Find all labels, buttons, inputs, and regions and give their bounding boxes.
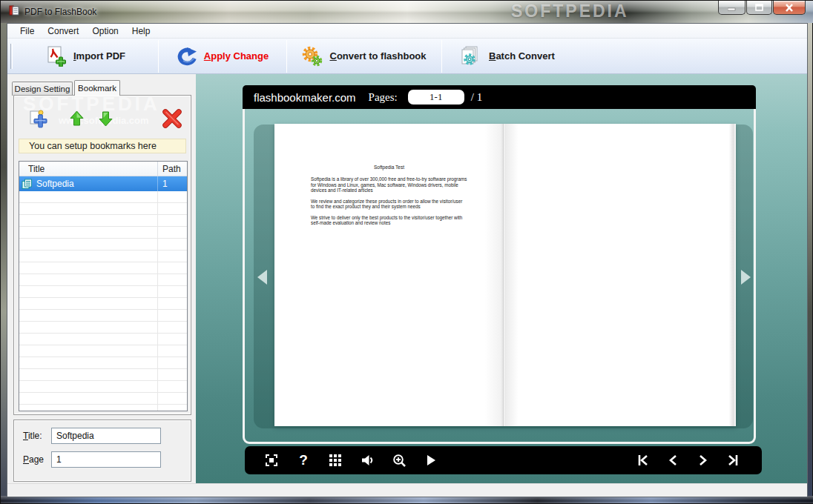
book-page-left[interactable]: Softpedia Test Softpedia is a library of… [274, 124, 504, 426]
bookmark-table[interactable]: Title Path [19, 161, 188, 411]
batch-convert-button[interactable]: Batch Convert [442, 42, 590, 71]
thumbnails-button[interactable] [328, 453, 343, 468]
client-area: File Convert Option Help Import PDF [7, 23, 808, 497]
play-button[interactable] [424, 453, 438, 468]
menu-option[interactable]: Option [85, 24, 125, 38]
page-range-input[interactable]: 1-1 [408, 90, 464, 105]
batch-convert-label: Batch Convert [489, 50, 555, 62]
first-page-icon [636, 454, 649, 467]
bookmark-hint: You can setup bookmarks here [19, 139, 186, 153]
move-up-icon [70, 110, 84, 127]
app-window: PDF to FlashBook SOFTPEDIA File Convert … [0, 0, 813, 504]
last-page-icon [727, 454, 740, 467]
flip-prev-arrow[interactable] [256, 269, 268, 285]
page-content: Softpedia Test Softpedia is a library of… [274, 124, 503, 226]
zoom-in-icon [392, 454, 406, 468]
maximize-icon [755, 4, 764, 11]
tab-bookmark[interactable]: Bookmark [74, 80, 120, 96]
table-row-empty[interactable] [19, 357, 187, 369]
title-bar[interactable]: PDF to FlashBook SOFTPEDIA [1, 1, 813, 23]
page-title: Softpedia Test [311, 165, 467, 170]
close-button[interactable] [773, 1, 806, 15]
bookmark-title-cell: Softpedia [36, 179, 74, 189]
table-row-empty[interactable] [19, 251, 187, 262]
convert-to-flashbook-label: Convert to flashbook [329, 50, 426, 62]
table-row-empty[interactable] [19, 310, 187, 322]
move-down-button[interactable] [99, 110, 113, 130]
bookmark-path-cell: 1 [158, 176, 187, 191]
pages-total: / 1 [471, 91, 482, 104]
book-page-right[interactable] [504, 124, 736, 426]
table-row-empty[interactable] [19, 215, 187, 227]
bookmark-panel: SOFTPEDIA www.softpedia.com [13, 95, 191, 415]
minimize-button[interactable] [718, 1, 745, 15]
menu-convert[interactable]: Convert [41, 24, 85, 38]
softpedia-watermark: SOFTPEDIA [511, 1, 629, 21]
table-row-empty[interactable] [19, 322, 187, 334]
table-row-empty[interactable] [19, 393, 187, 405]
table-row-empty[interactable] [19, 298, 187, 310]
maximize-button[interactable] [746, 1, 772, 15]
title-field[interactable]: Softpedia [51, 428, 161, 444]
help-button[interactable]: ? [296, 453, 311, 468]
sound-icon [361, 454, 374, 467]
page-paragraph: Softpedia is a library of over 300,000 f… [311, 176, 467, 193]
main-toolbar: Import PDF Apply Change [7, 39, 807, 74]
sidebar: Design Setting Bookmark SOFTPEDIA www.so… [7, 74, 196, 483]
delete-bookmark-icon [162, 109, 182, 128]
table-row-empty[interactable] [19, 274, 187, 286]
last-page-button[interactable] [726, 453, 741, 468]
play-icon [425, 454, 437, 467]
add-bookmark-button[interactable] [29, 110, 50, 131]
sound-button[interactable] [360, 453, 375, 468]
move-up-button[interactable] [70, 110, 84, 130]
app-icon [8, 4, 20, 19]
bookmark-edit-panel: Title: Softpedia Page 1 [13, 420, 191, 482]
table-row-empty[interactable] [19, 369, 187, 381]
table-row-empty[interactable] [19, 334, 187, 345]
next-page-icon [698, 454, 708, 467]
menu-file[interactable]: File [13, 24, 41, 38]
convert-to-flashbook-button[interactable]: Convert to flashbook [287, 42, 441, 71]
zoom-in-button[interactable] [392, 453, 406, 468]
window-title: PDF to FlashBook [24, 7, 96, 17]
table-row-empty[interactable] [19, 239, 187, 251]
import-pdf-label: Import PDF [73, 50, 125, 62]
table-row-empty[interactable] [19, 203, 187, 215]
first-page-button[interactable] [635, 453, 650, 468]
apply-change-button[interactable]: Apply Change [159, 42, 286, 71]
viewer-toolbar: ? [245, 446, 762, 474]
convert-to-flashbook-icon [302, 46, 323, 67]
next-page-button[interactable] [696, 453, 711, 468]
bookmark-item-icon [22, 179, 33, 190]
delete-bookmark-button[interactable] [162, 109, 182, 131]
status-bar [7, 483, 807, 497]
menu-help[interactable]: Help [125, 24, 157, 38]
page-paragraph: We review and categorize these products … [311, 199, 467, 210]
viewer-site-label: flashbookmaker.com [254, 91, 356, 104]
table-row-empty[interactable] [19, 227, 187, 239]
table-row-empty[interactable] [19, 381, 187, 393]
flip-next-arrow[interactable] [740, 269, 752, 285]
fullscreen-button[interactable] [264, 453, 279, 468]
table-row[interactable]: Softpedia 1 [19, 176, 187, 191]
table-row-empty[interactable] [19, 286, 187, 298]
import-pdf-icon [45, 46, 67, 67]
import-pdf-button[interactable]: Import PDF [13, 42, 158, 71]
window-controls [717, 1, 806, 15]
viewer-header: flashbookmaker.com Pages: 1-1 / 1 [243, 85, 756, 109]
fullscreen-icon [264, 453, 279, 468]
title-field-label: Title: [23, 431, 51, 441]
table-row-empty[interactable] [19, 405, 187, 411]
window-border-left [1, 23, 7, 503]
column-header-title[interactable]: Title [19, 162, 158, 176]
column-header-path[interactable]: Path [158, 162, 187, 176]
menu-bar: File Convert Option Help [7, 24, 807, 39]
flashbook-preview: Softpedia Test Softpedia is a library of… [196, 74, 807, 483]
table-row-empty[interactable] [19, 262, 187, 274]
table-row-empty[interactable] [19, 345, 187, 357]
page-field[interactable]: 1 [51, 451, 161, 468]
prev-page-button[interactable] [665, 453, 680, 468]
bookmark-table-header[interactable]: Title Path [19, 162, 187, 176]
table-row-empty[interactable] [19, 191, 187, 203]
